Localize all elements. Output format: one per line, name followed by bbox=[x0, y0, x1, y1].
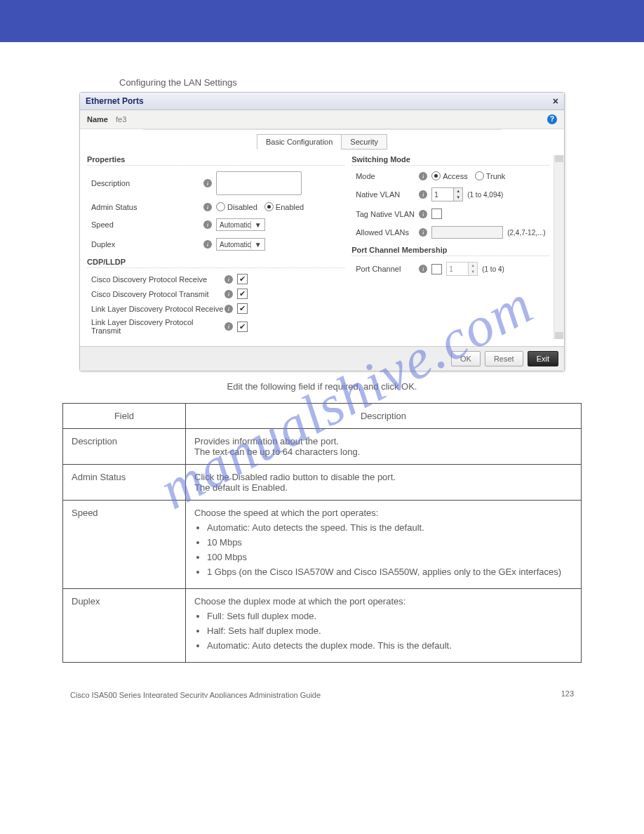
row-cdp-receive: Cisco Discovery Protocol Receive i bbox=[87, 274, 344, 284]
cdp-heading: CDP/LLDP bbox=[87, 258, 344, 268]
port-channel-checkbox[interactable] bbox=[431, 264, 442, 274]
field-description-table: Field Description Description Provides i… bbox=[62, 403, 582, 663]
lldp-receive-label: Link Layer Discovery Protocol Receive bbox=[87, 305, 224, 313]
desc-line: The default is Enabled. bbox=[194, 482, 572, 493]
info-icon[interactable]: i bbox=[419, 210, 427, 218]
mode-label: Mode bbox=[351, 172, 419, 180]
row-native-vlan: Native VLAN i 1 ▲▼ (1 to 4,094) bbox=[351, 187, 549, 201]
radio-access[interactable]: Access bbox=[431, 171, 467, 180]
cdp-transmit-label: Cisco Discovery Protocol Transmit bbox=[87, 290, 224, 298]
info-icon[interactable]: i bbox=[419, 172, 427, 180]
table-row: Speed Choose the speed at which the port… bbox=[63, 501, 582, 589]
info-icon[interactable]: i bbox=[224, 275, 233, 284]
switching-heading: Switching Mode bbox=[351, 155, 549, 166]
speed-value: Automatic bbox=[220, 221, 250, 229]
info-icon[interactable]: i bbox=[419, 265, 427, 273]
tag-native-checkbox[interactable] bbox=[431, 208, 442, 219]
radio-icon bbox=[431, 171, 441, 180]
radio-disabled-label: Disabled bbox=[227, 203, 257, 211]
radio-icon bbox=[475, 171, 484, 180]
allowed-vlans-label: Allowed VLANs bbox=[351, 228, 419, 237]
tab-security[interactable]: Security bbox=[342, 134, 387, 150]
exit-button[interactable]: Exit bbox=[528, 351, 558, 366]
radio-access-label: Access bbox=[443, 172, 467, 180]
help-icon[interactable]: ? bbox=[547, 114, 557, 124]
row-description: Description i bbox=[87, 171, 344, 195]
dialog-header: Ethernet Ports × bbox=[80, 93, 564, 110]
cdp-receive-label: Cisco Discovery Protocol Receive bbox=[87, 275, 224, 284]
description-label: Description bbox=[87, 179, 203, 187]
section-title: Configuring the LAN Settings bbox=[119, 77, 644, 88]
spinner-down-icon[interactable]: ▼ bbox=[469, 269, 477, 275]
cell-field: Description bbox=[63, 429, 186, 465]
list-item: Automatic: Auto detects the duplex mode.… bbox=[207, 640, 572, 651]
radio-trunk[interactable]: Trunk bbox=[475, 171, 506, 180]
duplex-select[interactable]: Automatic ▼ bbox=[216, 238, 265, 251]
dialog-footer: OK Reset Exit bbox=[80, 346, 564, 371]
row-duplex: Duplex i Automatic ▼ bbox=[87, 238, 344, 251]
row-cdp-transmit: Cisco Discovery Protocol Transmit i bbox=[87, 289, 344, 299]
tab-divider-top bbox=[143, 129, 501, 130]
row-speed: Speed i Automatic ▼ bbox=[87, 218, 344, 231]
desc-line: The text can be up to 64 characters long… bbox=[194, 446, 572, 457]
desc-line: Click the Disabled radio button to disab… bbox=[194, 472, 572, 482]
cdp-receive-checkbox[interactable] bbox=[237, 274, 248, 284]
tab-basic-configuration[interactable]: Basic Configuration bbox=[257, 134, 342, 150]
row-lldp-receive: Link Layer Discovery Protocol Receive i bbox=[87, 303, 344, 314]
close-icon[interactable]: × bbox=[553, 95, 558, 107]
lldp-transmit-checkbox[interactable] bbox=[237, 322, 248, 332]
table-row: Duplex Choose the duplex mode at which t… bbox=[63, 589, 582, 663]
info-icon[interactable]: i bbox=[419, 228, 427, 237]
port-channel-value: 1 bbox=[447, 263, 468, 275]
top-brand-bar bbox=[0, 0, 644, 42]
name-label: Name bbox=[87, 115, 108, 124]
spinner-up-icon[interactable]: ▲ bbox=[469, 263, 477, 269]
native-vlan-spinner[interactable]: 1 ▲▼ bbox=[431, 187, 463, 201]
allowed-vlans-input[interactable] bbox=[431, 226, 503, 239]
port-channel-label: Port Channel bbox=[351, 265, 419, 273]
lldp-transmit-label: Link Layer Discovery Protocol Transmit bbox=[87, 318, 224, 335]
info-icon[interactable]: i bbox=[224, 322, 233, 331]
row-mode: Mode i Access Trunk bbox=[351, 171, 549, 180]
cell-desc: Choose the duplex mode at which the port… bbox=[186, 589, 582, 663]
row-allowed-vlans: Allowed VLANs i (2,4,7-12,...) bbox=[351, 226, 549, 239]
description-input[interactable] bbox=[216, 171, 302, 195]
tab-bar: Basic Configuration Security bbox=[80, 134, 564, 150]
desc-line: Provides information about the port. bbox=[194, 436, 572, 446]
spinner-up-icon[interactable]: ▲ bbox=[454, 188, 462, 194]
dialog-body: Properties Description i Admin Status i … bbox=[80, 151, 564, 346]
info-icon[interactable]: i bbox=[419, 190, 427, 199]
reset-button[interactable]: Reset bbox=[485, 351, 523, 366]
radio-disabled[interactable]: Disabled bbox=[216, 202, 257, 211]
port-channel-spinner[interactable]: 1 ▲▼ bbox=[446, 262, 478, 276]
native-vlan-range: (1 to 4,094) bbox=[467, 191, 503, 199]
cdp-transmit-checkbox[interactable] bbox=[237, 289, 248, 299]
cell-field: Speed bbox=[63, 501, 186, 589]
speed-label: Speed bbox=[87, 220, 203, 229]
native-vlan-value: 1 bbox=[432, 188, 453, 201]
col-header-description: Description bbox=[186, 404, 582, 429]
allowed-vlans-hint: (2,4,7-12,...) bbox=[507, 229, 545, 237]
name-bar: Name fe3 ? bbox=[80, 110, 564, 129]
spinner-down-icon[interactable]: ▼ bbox=[454, 194, 462, 201]
cell-field: Admin Status bbox=[63, 465, 186, 501]
cell-desc: Provides information about the port. The… bbox=[186, 429, 582, 465]
info-icon[interactable]: i bbox=[203, 179, 212, 187]
ok-button[interactable]: OK bbox=[451, 351, 481, 366]
radio-enabled-label: Enabled bbox=[276, 203, 304, 211]
vertical-scrollbar[interactable] bbox=[554, 155, 564, 339]
radio-icon bbox=[264, 202, 274, 211]
info-icon[interactable]: i bbox=[203, 220, 212, 229]
info-icon[interactable]: i bbox=[203, 203, 212, 211]
row-port-channel: Port Channel i 1 ▲▼ (1 to 4) bbox=[351, 262, 549, 276]
info-icon[interactable]: i bbox=[203, 240, 212, 249]
speed-select[interactable]: Automatic ▼ bbox=[216, 218, 265, 231]
radio-enabled[interactable]: Enabled bbox=[264, 202, 304, 211]
right-column: Switching Mode Mode i Access Trunk Nativ… bbox=[351, 155, 554, 339]
info-icon[interactable]: i bbox=[224, 290, 233, 298]
info-icon[interactable]: i bbox=[224, 305, 233, 313]
row-lldp-transmit: Link Layer Discovery Protocol Transmit i bbox=[87, 318, 344, 335]
cell-field: Duplex bbox=[63, 589, 186, 663]
tag-native-label: Tag Native VLAN bbox=[351, 210, 419, 218]
lldp-receive-checkbox[interactable] bbox=[237, 303, 248, 314]
